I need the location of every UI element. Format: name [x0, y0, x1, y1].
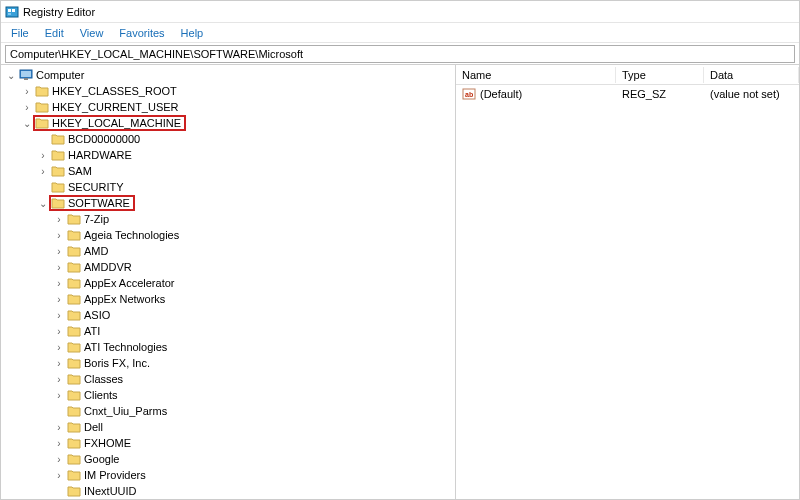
- tree-item-cnxt-uiu-parms[interactable]: Cnxt_Uiu_Parms: [1, 403, 455, 419]
- address-bar: [1, 43, 799, 65]
- tree-item-hkey-current-user[interactable]: ›HKEY_CURRENT_USER: [1, 99, 455, 115]
- tree-label: Cnxt_Uiu_Parms: [83, 405, 168, 417]
- folder-icon: [51, 197, 65, 209]
- tree-label: 7-Zip: [83, 213, 110, 225]
- tree-label: Classes: [83, 373, 124, 385]
- tree-item-amddvr[interactable]: ›AMDDVR: [1, 259, 455, 275]
- expand-toggle[interactable]: ›: [37, 150, 49, 161]
- folder-icon: [67, 261, 81, 273]
- tree-item-boris-fx-inc-[interactable]: ›Boris FX, Inc.: [1, 355, 455, 371]
- tree-item-ati[interactable]: ›ATI: [1, 323, 455, 339]
- tree-item-hkey-classes-root[interactable]: ›HKEY_CLASSES_ROOT: [1, 83, 455, 99]
- tree-item-clients[interactable]: ›Clients: [1, 387, 455, 403]
- folder-icon: [67, 229, 81, 241]
- folder-icon: [35, 117, 49, 129]
- tree-pane[interactable]: ⌄Computer›HKEY_CLASSES_ROOT›HKEY_CURRENT…: [1, 65, 456, 499]
- tree-item-classes[interactable]: ›Classes: [1, 371, 455, 387]
- column-type[interactable]: Type: [616, 67, 704, 83]
- tree-item-im-providers[interactable]: ›IM Providers: [1, 467, 455, 483]
- tree-item-asio[interactable]: ›ASIO: [1, 307, 455, 323]
- tree-item-google[interactable]: ›Google: [1, 451, 455, 467]
- tree-label: Google: [83, 453, 120, 465]
- tree-item-dell[interactable]: ›Dell: [1, 419, 455, 435]
- menu-file[interactable]: File: [3, 25, 37, 41]
- tree-root-computer[interactable]: ⌄Computer: [1, 67, 455, 83]
- tree-label: HKEY_CURRENT_USER: [51, 101, 180, 113]
- expand-toggle[interactable]: ›: [53, 374, 65, 385]
- svg-text:ab: ab: [465, 91, 473, 98]
- tree-label: AMDDVR: [83, 261, 133, 273]
- svg-rect-6: [24, 78, 28, 80]
- expand-toggle[interactable]: ›: [37, 166, 49, 177]
- expand-toggle[interactable]: ›: [53, 230, 65, 241]
- expand-toggle[interactable]: ⌄: [21, 118, 33, 129]
- string-value-icon: ab: [462, 87, 476, 101]
- tree-item-fxhome[interactable]: ›FXHOME: [1, 435, 455, 451]
- expand-toggle[interactable]: ›: [53, 454, 65, 465]
- tree-item-inextuuid[interactable]: INextUUID: [1, 483, 455, 499]
- tree-item-hkey-local-machine[interactable]: ⌄HKEY_LOCAL_MACHINE: [1, 115, 455, 131]
- tree-item-appex-accelerator[interactable]: ›AppEx Accelerator: [1, 275, 455, 291]
- tree-item-software[interactable]: ⌄SOFTWARE: [1, 195, 455, 211]
- menu-favorites[interactable]: Favorites: [111, 25, 172, 41]
- list-header: Name Type Data: [456, 65, 799, 85]
- tree-item-ageia-technologies[interactable]: ›Ageia Technologies: [1, 227, 455, 243]
- folder-icon: [67, 277, 81, 289]
- expand-toggle[interactable]: ›: [21, 86, 33, 97]
- tree-label: FXHOME: [83, 437, 132, 449]
- expand-toggle[interactable]: ›: [21, 102, 33, 113]
- column-data[interactable]: Data: [704, 67, 799, 83]
- expand-toggle[interactable]: ›: [53, 438, 65, 449]
- menu-view[interactable]: View: [72, 25, 112, 41]
- tree-label: ATI: [83, 325, 101, 337]
- expand-toggle[interactable]: ›: [53, 470, 65, 481]
- tree-item-amd[interactable]: ›AMD: [1, 243, 455, 259]
- expand-toggle[interactable]: ›: [53, 326, 65, 337]
- expand-toggle[interactable]: ›: [53, 246, 65, 257]
- svg-rect-5: [21, 71, 31, 77]
- list-pane: Name Type Data ab (Default) REG_SZ (valu…: [456, 65, 799, 499]
- folder-icon: [35, 101, 49, 113]
- tree-label: Ageia Technologies: [83, 229, 180, 241]
- folder-icon: [19, 69, 33, 81]
- tree-item-7-zip[interactable]: ›7-Zip: [1, 211, 455, 227]
- expand-toggle[interactable]: ⌄: [37, 198, 49, 209]
- tree-label: AppEx Networks: [83, 293, 166, 305]
- content-area: ⌄Computer›HKEY_CLASSES_ROOT›HKEY_CURRENT…: [1, 65, 799, 499]
- folder-icon: [67, 293, 81, 305]
- tree-item-appex-networks[interactable]: ›AppEx Networks: [1, 291, 455, 307]
- expand-toggle[interactable]: ›: [53, 390, 65, 401]
- tree-item-bcd00000000[interactable]: BCD00000000: [1, 131, 455, 147]
- tree-label: Computer: [35, 69, 85, 81]
- tree-label: SECURITY: [67, 181, 125, 193]
- tree-label: BCD00000000: [67, 133, 141, 145]
- expand-toggle[interactable]: ›: [53, 214, 65, 225]
- expand-toggle[interactable]: ›: [53, 342, 65, 353]
- tree-item-hardware[interactable]: ›HARDWARE: [1, 147, 455, 163]
- menu-bar: File Edit View Favorites Help: [1, 23, 799, 43]
- expand-toggle[interactable]: ›: [53, 358, 65, 369]
- expand-toggle[interactable]: ›: [53, 422, 65, 433]
- list-row[interactable]: ab (Default) REG_SZ (value not set): [456, 85, 799, 103]
- tree-label: Dell: [83, 421, 104, 433]
- expand-toggle[interactable]: ›: [53, 262, 65, 273]
- tree-label: HARDWARE: [67, 149, 133, 161]
- tree-label: AMD: [83, 245, 109, 257]
- address-input[interactable]: [5, 45, 795, 63]
- expand-toggle[interactable]: ›: [53, 294, 65, 305]
- tree-label: AppEx Accelerator: [83, 277, 176, 289]
- expand-toggle[interactable]: ⌄: [5, 70, 17, 81]
- menu-edit[interactable]: Edit: [37, 25, 72, 41]
- tree-item-sam[interactable]: ›SAM: [1, 163, 455, 179]
- expand-toggle[interactable]: ›: [53, 278, 65, 289]
- expand-toggle[interactable]: ›: [53, 310, 65, 321]
- folder-icon: [67, 485, 81, 497]
- folder-icon: [67, 437, 81, 449]
- folder-icon: [51, 165, 65, 177]
- column-name[interactable]: Name: [456, 67, 616, 83]
- tree-item-ati-technologies[interactable]: ›ATI Technologies: [1, 339, 455, 355]
- tree-item-security[interactable]: SECURITY: [1, 179, 455, 195]
- folder-icon: [67, 453, 81, 465]
- menu-help[interactable]: Help: [173, 25, 212, 41]
- tree-label: IM Providers: [83, 469, 147, 481]
